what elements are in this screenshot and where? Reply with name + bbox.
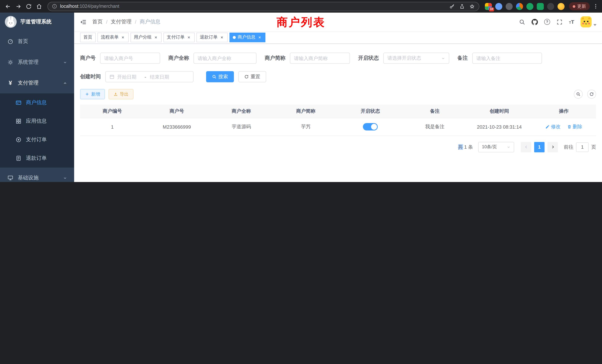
password-key-icon[interactable] bbox=[449, 3, 455, 9]
delete-link[interactable]: 删除 bbox=[567, 123, 582, 130]
document-icon bbox=[15, 155, 22, 161]
browser-reload-button[interactable] bbox=[24, 1, 33, 11]
cell-remark: 我是备注 bbox=[403, 118, 467, 136]
pagination-total: 共 1 条 bbox=[458, 144, 473, 150]
tab-refund-order[interactable]: 退款订单 × bbox=[196, 32, 228, 42]
yen-icon: ¥ bbox=[7, 80, 14, 86]
help-icon[interactable]: ? bbox=[544, 19, 550, 25]
filter-merchant-short-name: 商户简称 bbox=[265, 53, 350, 64]
header-full-name: 商户全称 bbox=[209, 105, 274, 118]
tab-pay-order[interactable]: 支付订单 × bbox=[163, 32, 195, 42]
reset-button[interactable]: 重置 bbox=[238, 71, 266, 82]
extension-badge: 10 bbox=[489, 7, 494, 11]
chrome-update-button[interactable]: 更新 bbox=[569, 2, 590, 10]
end-date-input[interactable] bbox=[150, 74, 174, 79]
cell-merchant-no: M233666999 bbox=[145, 118, 209, 136]
chrome-menu-icon[interactable] bbox=[592, 3, 599, 9]
start-date-input[interactable] bbox=[117, 74, 141, 79]
share-icon[interactable] bbox=[459, 3, 465, 9]
sidebar-item-system[interactable]: 系统管理 bbox=[0, 52, 74, 73]
merchant-no-input[interactable] bbox=[104, 55, 156, 61]
sidebar-item-home[interactable]: 首页 bbox=[0, 31, 74, 52]
extension-face-icon[interactable] bbox=[558, 3, 565, 10]
extension-avatar-icon[interactable] bbox=[516, 3, 523, 10]
search-button[interactable]: 搜索 bbox=[206, 71, 234, 82]
address-bar[interactable]: localhost:1024/pay/merchant bbox=[47, 2, 479, 11]
bookmark-star-icon[interactable] bbox=[469, 3, 475, 9]
table-header-row: 商户编号 商户号 商户全称 商户简称 开启状态 备注 创建时间 操作 bbox=[80, 105, 596, 118]
extension-dark-icon[interactable] bbox=[506, 3, 513, 10]
date-range-picker[interactable]: - bbox=[105, 71, 194, 82]
next-page-button[interactable] bbox=[548, 142, 558, 152]
chevron-down-icon bbox=[441, 56, 445, 60]
page-size-select[interactable]: 10条/页 bbox=[478, 142, 514, 152]
sidebar-item-payment[interactable]: ¥ 支付管理 bbox=[0, 73, 74, 93]
filter-label: 商户简称 bbox=[265, 55, 285, 62]
sidebar-item-pay-order[interactable]: 支付订单 bbox=[0, 130, 74, 149]
close-icon[interactable]: × bbox=[153, 35, 158, 40]
extension-notes-icon[interactable] bbox=[537, 3, 544, 10]
fullscreen-icon[interactable] bbox=[556, 19, 563, 25]
app-logo[interactable]: 芋道管理系统 bbox=[0, 13, 74, 31]
user-menu[interactable] bbox=[580, 16, 596, 27]
header-create-time: 创建时间 bbox=[467, 105, 532, 118]
header-seq: 商户编号 bbox=[80, 105, 145, 118]
tab-process-form[interactable]: 流程表单 × bbox=[97, 32, 129, 42]
extension-grid-icon[interactable]: 10 bbox=[485, 3, 492, 10]
filter-label: 商户号 bbox=[80, 55, 96, 62]
page-unit-label: 页 bbox=[591, 144, 596, 150]
browser-home-button[interactable] bbox=[34, 1, 44, 11]
sidebar-item-refund-order[interactable]: 退款订单 bbox=[0, 149, 74, 168]
pagination: 共 1 条 10条/页 1 前往 页 bbox=[80, 142, 596, 152]
cell-status bbox=[338, 118, 403, 136]
extension-drop-icon[interactable] bbox=[495, 3, 502, 10]
sidebar-item-merchant-info[interactable]: 商户信息 bbox=[0, 93, 74, 112]
tab-user-group[interactable]: 用户分组 × bbox=[130, 32, 162, 42]
remark-input[interactable] bbox=[476, 55, 538, 61]
breadcrumb-payment[interactable]: 支付管理 bbox=[111, 19, 132, 25]
tab-merchant-info[interactable]: 商户信息 × bbox=[229, 32, 265, 42]
prev-page-button[interactable] bbox=[521, 142, 531, 152]
status-select[interactable]: 请选择开启状态 bbox=[383, 53, 449, 64]
close-icon[interactable]: × bbox=[120, 35, 125, 40]
close-icon[interactable]: × bbox=[257, 35, 262, 40]
sidebar-item-label: 支付订单 bbox=[26, 136, 47, 143]
close-icon[interactable]: × bbox=[186, 35, 191, 40]
refresh-button[interactable] bbox=[587, 90, 596, 99]
url-text: localhost:1024/pay/merchant bbox=[60, 4, 119, 9]
cell-short-name: 芋艿 bbox=[274, 118, 338, 136]
status-toggle[interactable] bbox=[363, 123, 378, 130]
export-button[interactable]: 导出 bbox=[109, 89, 133, 99]
filter-merchant-no: 商户号 bbox=[80, 53, 160, 64]
font-size-icon[interactable]: TT bbox=[569, 19, 574, 24]
github-icon[interactable] bbox=[532, 19, 538, 25]
site-info-icon[interactable] bbox=[52, 4, 57, 9]
browser-back-button[interactable] bbox=[3, 1, 13, 11]
app-title: 芋道管理系统 bbox=[20, 19, 52, 25]
chevron-down-icon bbox=[63, 176, 67, 180]
close-icon[interactable]: × bbox=[219, 35, 224, 40]
url-host: localhost bbox=[60, 4, 78, 9]
edit-link[interactable]: 修改 bbox=[545, 123, 560, 130]
sidebar-item-infrastructure[interactable]: 基础设施 bbox=[0, 168, 74, 182]
breadcrumb-current: 商户信息 bbox=[140, 19, 161, 25]
extension-green-circle-icon[interactable] bbox=[526, 3, 533, 10]
breadcrumb-separator: / bbox=[135, 19, 136, 25]
sidebar-item-label: 基础设施 bbox=[18, 175, 39, 181]
search-icon[interactable] bbox=[519, 19, 525, 25]
header-actions: 操作 bbox=[532, 105, 596, 118]
tab-home[interactable]: 首页 bbox=[80, 32, 96, 42]
goto-page-input[interactable] bbox=[576, 142, 589, 152]
add-button[interactable]: 新增 bbox=[80, 89, 105, 99]
toggle-search-button[interactable] bbox=[574, 90, 583, 99]
extension-plug-icon[interactable] bbox=[547, 3, 554, 10]
page-1-button[interactable]: 1 bbox=[534, 142, 545, 152]
browser-forward-button[interactable] bbox=[13, 1, 23, 11]
merchant-short-name-input[interactable] bbox=[294, 55, 346, 61]
sidebar-item-app-info[interactable]: 应用信息 bbox=[0, 112, 74, 130]
breadcrumb-home[interactable]: 首页 bbox=[92, 19, 103, 25]
logo-rabbit-avatar bbox=[5, 16, 17, 28]
sidebar-fold-icon[interactable] bbox=[80, 18, 87, 25]
user-avatar[interactable] bbox=[580, 16, 592, 27]
merchant-name-input[interactable] bbox=[198, 55, 252, 61]
